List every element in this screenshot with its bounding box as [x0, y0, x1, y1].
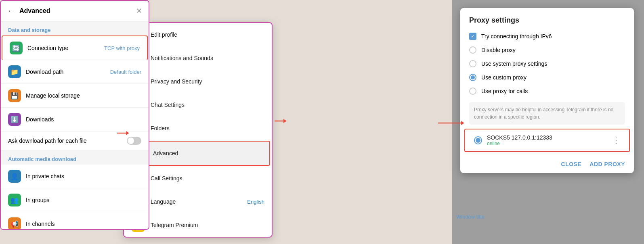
adv-item-downloads[interactable]: ⬇️ Downloads — [1, 108, 149, 131]
system-proxy-radio[interactable] — [469, 60, 476, 67]
close-button[interactable]: ✕ — [136, 6, 142, 15]
advanced-header: ← Advanced ✕ — [1, 1, 149, 21]
ipv6-checkbox[interactable]: ✓ — [469, 33, 476, 40]
proxy-calls-label: Use proxy for calls — [481, 88, 528, 94]
proxy-option-calls[interactable]: Use proxy for calls — [460, 84, 634, 98]
edit-profile-label: Edit profile — [151, 31, 264, 38]
connection-type-label: Connection type — [27, 45, 99, 51]
proxy-server-status: online — [487, 141, 607, 146]
back-button[interactable]: ← — [7, 7, 15, 15]
notifications-label: Notifications and Sounds — [151, 55, 264, 61]
advanced-panel: ← Advanced ✕ Data and storage 🔄 Connecti… — [0, 0, 149, 230]
adv-item-channels[interactable]: 📢 In channels — [1, 212, 149, 229]
auto-media-section-header: Automatic media download — [1, 150, 149, 165]
ipv6-label: Try connecting through IPv6 — [481, 33, 552, 40]
privacy-label: Privacy and Security — [151, 78, 264, 85]
proxy-option-disable[interactable]: Disable proxy — [460, 43, 634, 57]
ask-download-label: Ask download path for each file — [8, 138, 122, 144]
disable-proxy-radio[interactable] — [469, 46, 476, 54]
manage-storage-label: Manage local storage — [26, 92, 141, 99]
language-value: English — [247, 199, 264, 205]
svg-marker-3 — [283, 119, 287, 123]
arrow-advanced-to-panel — [275, 117, 287, 127]
proxy-server-name: SOCKS5 127.0.0.1:12333 — [487, 134, 607, 141]
advanced-body: Data and storage 🔄 Connection type TCP w… — [1, 21, 149, 229]
connection-type-value: TCP with proxy — [104, 45, 140, 51]
adv-item-download-path[interactable]: 📁 Download path Default folder — [1, 60, 149, 84]
adv-item-groups[interactable]: 👥 In groups — [1, 188, 149, 212]
proxy-settings-title: Proxy settings — [460, 8, 634, 29]
downloads-icon: ⬇️ — [8, 113, 21, 126]
proxy-calls-checkbox[interactable] — [469, 88, 476, 95]
private-chats-icon: 👤 — [8, 170, 21, 183]
proxy-server-info: SOCKS5 127.0.0.1:12333 online — [487, 134, 607, 146]
proxy-settings-panel: Proxy settings ✓ Try connecting through … — [460, 8, 634, 173]
download-path-label: Download path — [26, 69, 105, 75]
svg-marker-1 — [126, 131, 129, 135]
proxy-option-system[interactable]: Use system proxy settings — [460, 57, 634, 71]
language-label: Language — [151, 198, 241, 205]
proxy-server-menu-button[interactable]: ⋮ — [612, 136, 620, 145]
adv-item-private-chats[interactable]: 👤 In private chats — [1, 165, 149, 188]
advanced-title: Advanced — [19, 7, 131, 15]
manage-storage-icon: 💾 — [8, 89, 21, 102]
connection-type-icon: 🔄 — [10, 42, 23, 54]
groups-icon: 👥 — [8, 194, 21, 206]
bg-panel-content — [452, 0, 644, 8]
chat-settings-label: Chat Settings — [151, 102, 264, 108]
window-title-label: Window title — [456, 214, 485, 220]
data-storage-section-header: Data and storage — [1, 21, 149, 35]
channels-icon: 📢 — [8, 217, 21, 229]
advanced-label: Advanced — [153, 150, 262, 156]
close-proxy-button[interactable]: Close — [561, 161, 582, 167]
arrow-settings-to-advanced — [117, 129, 129, 139]
add-proxy-button[interactable]: Add proxy — [589, 161, 625, 167]
proxy-footer: Close Add proxy — [460, 155, 634, 173]
custom-proxy-radio[interactable] — [469, 74, 476, 81]
downloads-label: Downloads — [26, 116, 141, 123]
custom-proxy-label: Use custom proxy — [481, 74, 527, 81]
proxy-hint: Proxy servers may be helpful in accessin… — [469, 102, 625, 125]
telegram-premium-label: Telegram Premium — [151, 222, 264, 228]
arrow-connection-to-proxy — [438, 119, 464, 129]
disable-proxy-label: Disable proxy — [481, 47, 516, 53]
server-radio[interactable] — [474, 136, 482, 144]
proxy-server-item[interactable]: SOCKS5 127.0.0.1:12333 online ⋮ — [464, 129, 630, 152]
proxy-option-ipv6[interactable]: ✓ Try connecting through IPv6 — [460, 29, 634, 43]
adv-item-manage-storage[interactable]: 💾 Manage local storage — [1, 84, 149, 108]
groups-label: In groups — [26, 197, 141, 203]
channels-label: In channels — [26, 221, 141, 227]
call-settings-label: Call Settings — [151, 175, 264, 181]
folders-label: Folders — [151, 125, 264, 131]
svg-marker-5 — [461, 121, 464, 125]
download-path-icon: 📁 — [8, 65, 21, 78]
system-proxy-label: Use system proxy settings — [481, 60, 547, 67]
download-path-value: Default folder — [110, 69, 141, 75]
proxy-option-custom[interactable]: Use custom proxy — [460, 71, 634, 84]
adv-item-connection-type[interactable]: 🔄 Connection type TCP with proxy — [2, 35, 148, 60]
private-chats-label: In private chats — [26, 173, 141, 179]
